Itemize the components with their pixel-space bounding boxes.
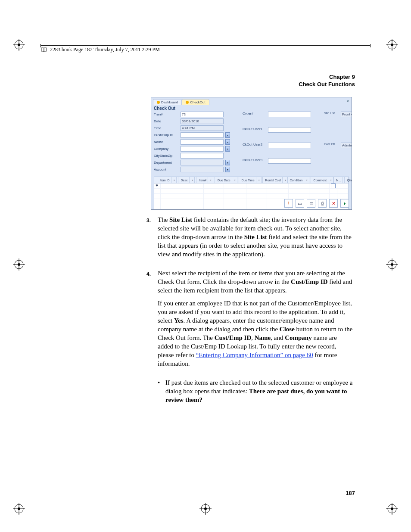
- label-time: Time: [154, 126, 179, 130]
- label-dept: Department: [154, 161, 179, 165]
- svg-point-11: [18, 263, 20, 266]
- crop-mark-icon: [386, 258, 398, 271]
- tab-label: Dashboard: [161, 100, 178, 104]
- note-button[interactable]: ▭: [296, 199, 304, 208]
- field-tran[interactable]: 73: [181, 112, 224, 117]
- field-account: [181, 167, 224, 172]
- col-rentalcost[interactable]: Rental Cost▾: [263, 177, 287, 183]
- field-custemp[interactable]: [181, 132, 224, 138]
- step-3-text: The Site List field contains the default…: [158, 215, 353, 258]
- label-order: Order#: [243, 112, 266, 126]
- tab-icon: [186, 101, 189, 104]
- crop-mark-icon: [386, 503, 398, 515]
- xref-link[interactable]: “Entering Company Information” on page 6…: [196, 352, 313, 358]
- col-itemnum[interactable]: Item#▾: [196, 177, 215, 183]
- chevron-down-icon[interactable]: ▾: [225, 146, 230, 152]
- step-3: 3. The Site List field contains the defa…: [146, 215, 353, 263]
- tab-icon: [157, 101, 160, 104]
- step-4-p1: Next select the recipient of the item or…: [158, 269, 353, 295]
- body-text: 3. The Site List field contains the defa…: [146, 215, 353, 408]
- label-tran: Tran#: [154, 112, 179, 116]
- field-order[interactable]: [268, 112, 311, 117]
- col-desc[interactable]: Desc▾: [178, 177, 196, 183]
- bullet-icon: •: [158, 378, 165, 408]
- svg-point-15: [391, 263, 393, 266]
- step-4-bullet: • If past due items are checked out to t…: [158, 378, 353, 408]
- svg-point-3: [18, 44, 20, 46]
- chevron-down-icon[interactable]: ▾: [225, 132, 230, 138]
- crop-mark-icon: [199, 503, 212, 515]
- field-date: 03/01/2010: [181, 118, 224, 124]
- field-time: 4:41 PM: [181, 125, 224, 131]
- form-mid-column: Order# CkOut User1 CkOut User2 CkOut Use…: [243, 112, 311, 172]
- alert-button[interactable]: !: [284, 199, 293, 208]
- delete-button[interactable]: ✕: [329, 199, 338, 208]
- svg-point-19: [18, 507, 20, 510]
- grid-row[interactable]: [154, 194, 349, 199]
- list-button[interactable]: ≣: [307, 199, 315, 208]
- checkbox-icon[interactable]: [331, 184, 336, 188]
- grid-row[interactable]: [154, 189, 349, 194]
- col-duedate[interactable]: Due Date▾: [215, 177, 239, 183]
- field-ckout-user3[interactable]: [268, 158, 311, 164]
- svg-point-27: [391, 507, 393, 510]
- book-tag-text: 2283.book Page 187 Thursday, July 7, 201…: [50, 47, 160, 53]
- label-ckout-user3: CkOut User3: [243, 158, 266, 172]
- field-csz[interactable]: [181, 153, 224, 159]
- frame-top-rule: [41, 45, 370, 46]
- chevron-down-icon[interactable]: ▾: [225, 167, 230, 172]
- col-n[interactable]: N...: [334, 177, 345, 183]
- grid-row[interactable]: ✱: [154, 184, 349, 189]
- label-account: Account: [154, 168, 179, 171]
- svg-point-7: [391, 44, 393, 46]
- chapter-title: Check Out Functions: [299, 81, 355, 88]
- checkout-screenshot: Dashboard CheckOut × Check Out Tran#73 D…: [151, 97, 352, 210]
- grid-header: Item ID▾ Desc▾ Item#▾ Due Date▾ Due Time…: [154, 177, 349, 184]
- chevron-down-icon[interactable]: ▾: [225, 160, 230, 165]
- label-site-list: Site List: [324, 112, 339, 141]
- form-title: Check Out: [154, 106, 349, 111]
- field-cost-ctr[interactable]: Admin: [341, 143, 352, 148]
- col-comment[interactable]: Comment▾: [311, 177, 334, 183]
- field-ckout-user2[interactable]: [268, 143, 311, 148]
- col-condition[interactable]: Condition▾: [287, 177, 311, 183]
- col-duetime[interactable]: Due Time▾: [239, 177, 263, 183]
- book-icon: [41, 47, 47, 53]
- col-qty[interactable]: Qty▾: [345, 177, 352, 183]
- label-company: Company: [154, 147, 179, 151]
- step-number: 4.: [146, 269, 158, 372]
- label-custemp: Cust/Emp ID: [154, 133, 179, 137]
- label-ckout-user2: CkOut User2: [243, 143, 266, 157]
- label-cost-ctr: Cost Ctr: [324, 143, 339, 172]
- crop-mark-icon: [13, 258, 25, 271]
- print-button[interactable]: ⎙: [318, 199, 327, 208]
- crop-mark-icon: [13, 39, 25, 51]
- field-name[interactable]: [181, 139, 224, 145]
- field-ckout-user1[interactable]: [268, 127, 311, 133]
- field-company[interactable]: [181, 146, 224, 152]
- step-4-p2: If you enter an employee ID that is not …: [158, 299, 353, 368]
- tab-checkout[interactable]: CheckOut: [182, 99, 209, 105]
- step-4: 4. Next select the recipient of the item…: [146, 269, 353, 372]
- page: 2283.book Page 187 Thursday, July 7, 201…: [0, 0, 411, 532]
- tab-label: CheckOut: [190, 100, 206, 104]
- label-date: Date: [154, 119, 179, 123]
- label-name: Name: [154, 140, 179, 144]
- crop-mark-icon: [13, 503, 25, 515]
- tab-strip: Dashboard CheckOut ×: [151, 97, 352, 105]
- crop-mark-icon: [386, 39, 398, 51]
- bullet-text: If past due items are checked out to the…: [165, 378, 353, 404]
- form-side-column: Site ListFront Office▾ Cost CtrAdmin▾: [324, 112, 352, 172]
- chapter-number: Chapter 9: [299, 73, 355, 81]
- form-area: Tran#73 Date03/01/2010 Time4:41 PM Cust/…: [151, 112, 352, 172]
- tab-dashboard[interactable]: Dashboard: [153, 99, 182, 105]
- chevron-down-icon[interactable]: ▾: [225, 139, 230, 145]
- close-icon[interactable]: ×: [347, 99, 349, 105]
- col-select[interactable]: [154, 177, 157, 183]
- field-site-list[interactable]: Front Office: [341, 112, 352, 117]
- running-header: Chapter 9 Check Out Functions: [299, 73, 355, 88]
- exit-button[interactable]: ⏵: [340, 199, 349, 208]
- col-itemid[interactable]: Item ID▾: [157, 177, 178, 183]
- label-ckout-user1: CkOut User1: [243, 127, 266, 141]
- step-number: 3.: [146, 215, 158, 263]
